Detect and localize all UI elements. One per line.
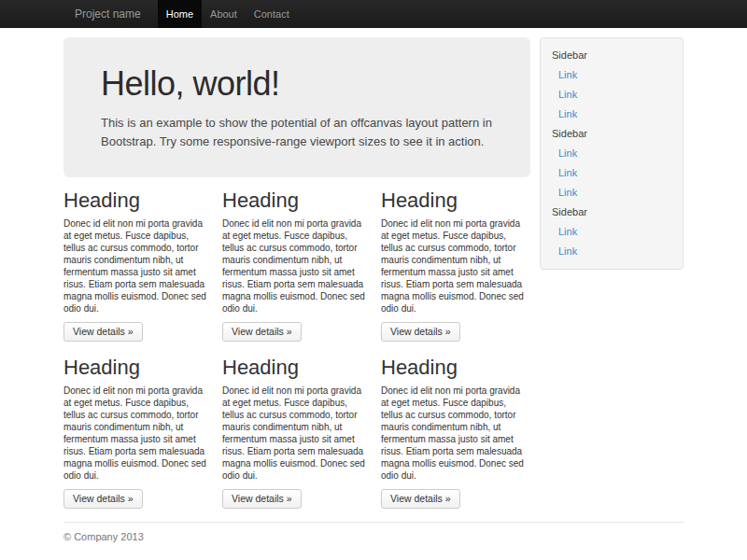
sidebar: Sidebar Link Link Link Sidebar Link Link… [540, 37, 684, 270]
view-details-button[interactable]: View details » [381, 489, 460, 509]
card-heading: Heading [222, 189, 372, 212]
nav-item-contact[interactable]: Contact [246, 0, 298, 28]
nav-link-about[interactable]: About [202, 0, 246, 28]
jumbotron-text: This is an example to show the potential… [101, 114, 493, 151]
sidebar-link[interactable]: Link [541, 163, 683, 183]
sidebar-group-3: Sidebar Link Link [541, 203, 683, 261]
view-details-button[interactable]: View details » [222, 322, 302, 342]
cards-row-1: Heading Donec id elit non mi porta gravi… [63, 189, 530, 342]
nav-item-home[interactable]: Home [158, 0, 202, 28]
sidebar-link[interactable]: Link [541, 183, 683, 203]
content-card: Heading Donec id elit non mi porta gravi… [381, 357, 530, 509]
sidebar-link[interactable]: Link [541, 65, 683, 85]
copyright-text: © Company 2013 [63, 531, 684, 542]
main-column: Hello, world! This is an example to show… [63, 37, 530, 509]
view-details-button[interactable]: View details » [63, 322, 143, 342]
sidebar-link[interactable]: Link [541, 222, 683, 242]
navbar-brand[interactable]: Project name [63, 0, 158, 28]
content-card: Heading Donec id elit non mi porta gravi… [63, 189, 213, 342]
nav-item-about[interactable]: About [202, 0, 246, 28]
sidebar-group-1: Sidebar Link Link Link [541, 46, 683, 124]
sidebar-link[interactable]: Link [541, 242, 683, 261]
card-body-text: Donec id elit non mi porta gravida at eg… [222, 217, 372, 315]
jumbotron: Hello, world! This is an example to show… [63, 37, 530, 177]
navbar: Project name Home About Contact [0, 0, 747, 28]
card-body-text: Donec id elit non mi porta gravida at eg… [63, 385, 213, 482]
content-card: Heading Donec id elit non mi porta gravi… [381, 189, 530, 342]
navbar-menu: Home About Contact [158, 0, 298, 28]
content-card: Heading Donec id elit non mi porta gravi… [63, 357, 213, 509]
content-card: Heading Donec id elit non mi porta gravi… [222, 357, 372, 509]
page-title: Hello, world! [101, 65, 493, 103]
cards-row-2: Heading Donec id elit non mi porta gravi… [63, 357, 530, 509]
card-heading: Heading [63, 357, 213, 379]
view-details-button[interactable]: View details » [381, 322, 460, 342]
sidebar-link[interactable]: Link [541, 105, 683, 124]
card-heading: Heading [222, 357, 372, 379]
sidebar-group-header: Sidebar [541, 46, 683, 65]
sidebar-group-2: Sidebar Link Link Link [541, 124, 683, 203]
sidebar-group-header: Sidebar [541, 124, 683, 144]
nav-link-contact[interactable]: Contact [246, 0, 298, 28]
sidebar-link[interactable]: Link [541, 85, 683, 105]
card-body-text: Donec id elit non mi porta gravida at eg… [381, 217, 530, 315]
sidebar-link[interactable]: Link [541, 144, 683, 163]
card-heading: Heading [381, 357, 530, 379]
card-body-text: Donec id elit non mi porta gravida at eg… [381, 385, 530, 482]
card-heading: Heading [63, 189, 213, 212]
content-card: Heading Donec id elit non mi porta gravi… [222, 189, 372, 342]
page-footer: © Company 2013 [63, 522, 684, 560]
card-body-text: Donec id elit non mi porta gravida at eg… [222, 385, 372, 482]
content-row: Hello, world! This is an example to show… [63, 37, 684, 509]
navbar-inner: Project name Home About Contact [63, 0, 684, 28]
card-body-text: Donec id elit non mi porta gravida at eg… [63, 217, 213, 315]
card-heading: Heading [381, 189, 530, 212]
view-details-button[interactable]: View details » [222, 489, 302, 509]
page-container: Hello, world! This is an example to show… [63, 37, 684, 560]
nav-link-home[interactable]: Home [158, 0, 202, 28]
view-details-button[interactable]: View details » [63, 489, 143, 509]
sidebar-group-header: Sidebar [541, 203, 683, 222]
